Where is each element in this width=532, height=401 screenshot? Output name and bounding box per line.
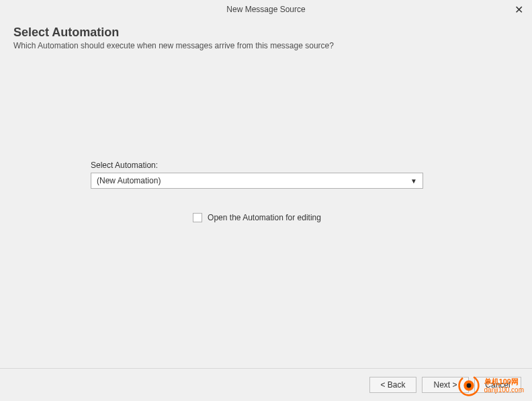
cancel-button[interactable]: Cancel [474,377,521,393]
wizard-content: Select Automation: (New Automation) ▼ Op… [0,60,532,368]
wizard-header: Select Automation Which Automation shoul… [0,19,532,60]
dropdown-selected-value: (New Automation) [97,176,161,185]
chevron-down-icon: ▼ [410,177,417,185]
form-area: Select Automation: (New Automation) ▼ Op… [91,161,423,222]
open-for-editing-checkbox[interactable] [193,213,202,222]
back-button[interactable]: < Back [369,377,416,393]
select-automation-label: Select Automation: [91,161,423,170]
titlebar: New Message Source ✕ [0,0,532,19]
checkbox-row: Open the Automation for editing [91,213,423,222]
page-title: Select Automation [13,26,519,40]
dialog-title: New Message Source [226,5,305,14]
next-button[interactable]: Next > [422,377,469,393]
automation-dropdown[interactable]: (New Automation) ▼ [91,173,423,189]
open-for-editing-label: Open the Automation for editing [208,213,321,222]
wizard-dialog: New Message Source ✕ Select Automation W… [0,0,532,401]
wizard-footer: < Back Next > Cancel [0,368,532,401]
close-icon[interactable]: ✕ [512,3,525,16]
page-subtitle: Which Automation should execute when new… [13,41,519,50]
